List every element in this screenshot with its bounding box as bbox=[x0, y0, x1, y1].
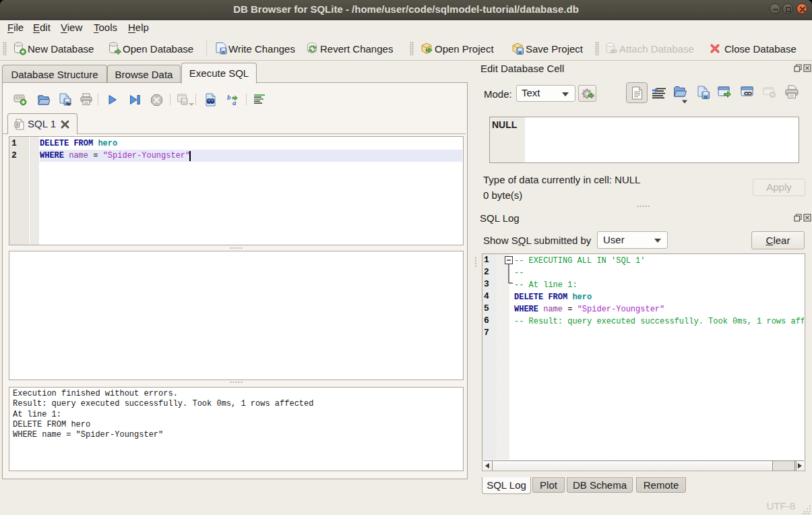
svg-text:b: b bbox=[227, 93, 231, 101]
